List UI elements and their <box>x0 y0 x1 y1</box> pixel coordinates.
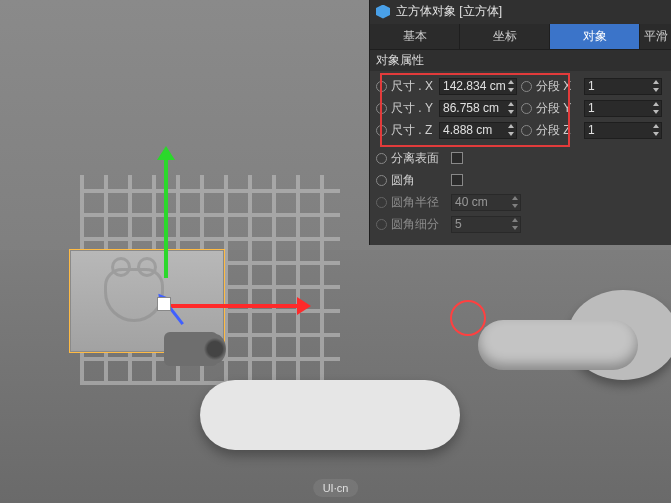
field-fillet-sub: 5 <box>451 216 521 233</box>
anim-dot-fillet[interactable] <box>376 175 387 186</box>
spin-down-icon[interactable] <box>506 108 516 116</box>
disc-3d-1 <box>478 320 638 370</box>
label-seg-y: 分段 Y <box>536 100 580 117</box>
field-seg-z[interactable]: 1 <box>584 122 662 139</box>
anim-dot-fillet-radius <box>376 197 387 208</box>
spin-up-icon[interactable] <box>506 79 516 87</box>
anim-dot-fillet-sub <box>376 219 387 230</box>
label-fillet: 圆角 <box>391 172 447 189</box>
axis-x-arrow[interactable] <box>164 304 299 308</box>
tab-basic[interactable]: 基本 <box>370 24 460 49</box>
label-separate: 分离表面 <box>391 150 447 167</box>
spin-down-icon <box>510 224 520 232</box>
field-size-x[interactable]: 142.834 cm <box>439 78 517 95</box>
label-fillet-radius: 圆角半径 <box>391 194 447 211</box>
field-size-z[interactable]: 4.888 cm <box>439 122 517 139</box>
field-fillet-radius: 40 cm <box>451 194 521 211</box>
origin-ring-icon <box>450 300 486 336</box>
cylinder-3d <box>164 332 218 366</box>
spin-up-icon <box>510 195 520 203</box>
axis-origin-handle[interactable] <box>158 298 170 310</box>
field-seg-x[interactable]: 1 <box>584 78 662 95</box>
spin-down-icon[interactable] <box>506 130 516 138</box>
spin-up-icon[interactable] <box>651 79 661 87</box>
spin-down-icon[interactable] <box>506 86 516 94</box>
label-seg-z: 分段 Z <box>536 122 580 139</box>
anim-dot-seg-y[interactable] <box>521 103 532 114</box>
anim-dot-separate[interactable] <box>376 153 387 164</box>
properties-panel: 立方体对象 [立方体] 基本 坐标 对象 平滑 对象属性 尺寸 . X 142.… <box>369 0 671 245</box>
group-title: 对象属性 <box>370 49 671 71</box>
label-size-x: 尺寸 . X <box>391 78 435 95</box>
label-size-y: 尺寸 . Y <box>391 100 435 117</box>
axis-y-arrow[interactable] <box>164 158 168 278</box>
field-seg-y[interactable]: 1 <box>584 100 662 117</box>
anim-dot-size-z[interactable] <box>376 125 387 136</box>
anim-dot-size-x[interactable] <box>376 81 387 92</box>
checkbox-fillet[interactable] <box>451 174 463 186</box>
label-fillet-sub: 圆角细分 <box>391 216 447 233</box>
label-seg-x: 分段 X <box>536 78 580 95</box>
cube-icon <box>376 5 390 19</box>
shape-3d <box>200 380 460 450</box>
spin-down-icon[interactable] <box>651 86 661 94</box>
anim-dot-seg-z[interactable] <box>521 125 532 136</box>
panel-title: 立方体对象 [立方体] <box>396 3 502 20</box>
label-size-z: 尺寸 . Z <box>391 122 435 139</box>
tab-coord[interactable]: 坐标 <box>460 24 550 49</box>
tab-object[interactable]: 对象 <box>550 24 640 49</box>
spin-up-icon[interactable] <box>506 123 516 131</box>
anim-dot-size-y[interactable] <box>376 103 387 114</box>
anim-dot-seg-x[interactable] <box>521 81 532 92</box>
spin-up-icon[interactable] <box>506 101 516 109</box>
tab-flat[interactable]: 平滑 <box>640 24 671 49</box>
checkbox-separate[interactable] <box>451 152 463 164</box>
spin-up-icon[interactable] <box>651 101 661 109</box>
spin-down-icon[interactable] <box>651 130 661 138</box>
spin-up-icon[interactable] <box>651 123 661 131</box>
watermark: UI·cn <box>313 479 359 497</box>
spin-up-icon <box>510 217 520 225</box>
field-size-y[interactable]: 86.758 cm <box>439 100 517 117</box>
spin-down-icon <box>510 202 520 210</box>
spin-down-icon[interactable] <box>651 108 661 116</box>
